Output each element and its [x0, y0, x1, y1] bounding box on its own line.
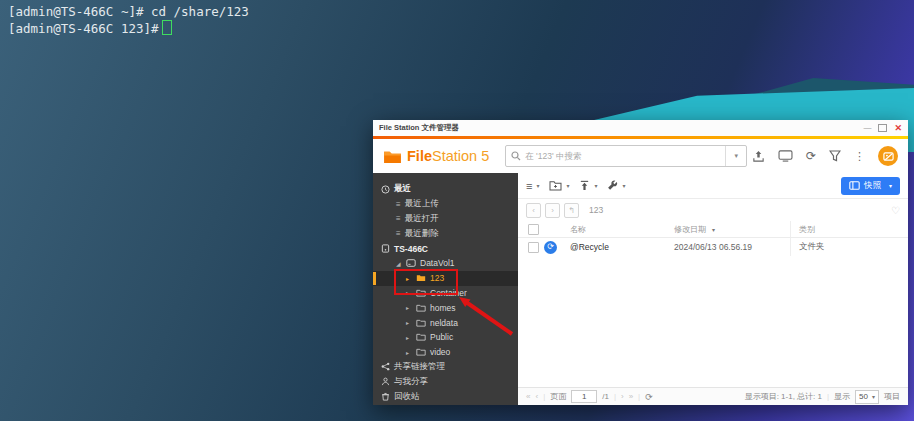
user-avatar[interactable] [878, 146, 898, 166]
content-pane: ≡ ▾ ▾ ▾ ▾ 快照 ▾ [518, 173, 908, 405]
page-size-select[interactable]: 50 ▾ [855, 390, 879, 404]
app-name: FileStation 5 [407, 148, 489, 164]
folder-icon [416, 333, 426, 341]
list-icon: ≡ [396, 214, 401, 223]
sidebar-item-nas[interactable]: TS-466C [373, 241, 518, 256]
caret-down-icon: ▾ [622, 182, 625, 189]
breadcrumb-bar: ‹ › ↰ 123 ♡ [518, 199, 908, 221]
column-header-name[interactable]: 名称 [570, 224, 674, 235]
sidebar-item-recent-deleted[interactable]: ≡ 最近删除 [373, 226, 518, 241]
list-icon: ≡ [396, 200, 401, 209]
forward-icon[interactable]: › [545, 203, 560, 218]
status-bar: « ‹ | 页面 /1 | › » | ⟳ 显示项目: 1-1, 总计: 1 |… [518, 387, 908, 405]
app-header: FileStation 5 ▾ ⟳ ⋮ [373, 139, 908, 173]
tree-collapsed-icon[interactable]: ▸ [406, 319, 412, 326]
close-icon[interactable]: ✕ [894, 123, 902, 133]
sidebar-item-video[interactable]: ▸ video [373, 345, 518, 360]
background-task-icon[interactable] [778, 150, 793, 162]
sidebar-item-recent[interactable]: 最近 [373, 182, 518, 197]
new-folder-button[interactable]: ▾ [549, 180, 569, 191]
tree-collapsed-icon[interactable]: ▸ [406, 334, 412, 341]
tools-button[interactable]: ▾ [607, 180, 625, 191]
up-folder-icon[interactable]: ↰ [564, 203, 579, 218]
folder-icon [416, 319, 426, 327]
folder-icon [416, 348, 426, 356]
column-header-modified[interactable]: 修改日期▾ [674, 224, 790, 235]
terminal-cursor[interactable] [162, 20, 172, 35]
maximize-icon[interactable] [878, 124, 887, 132]
search-dropdown-icon[interactable]: ▾ [725, 146, 746, 166]
sidebar-item-recycle-bin[interactable]: 回收站 [373, 389, 518, 404]
caret-down-icon: ▾ [536, 182, 539, 189]
list-view-icon: ≡ [526, 180, 532, 192]
items-label: 项目 [884, 391, 900, 402]
caret-down-icon: ▾ [594, 182, 597, 189]
window-titlebar[interactable]: File Station 文件管理器 — ✕ [373, 120, 908, 136]
row-checkbox[interactable] [528, 242, 539, 253]
file-list-empty-area [518, 256, 908, 387]
wrench-icon [607, 180, 618, 191]
caret-down-icon: ▾ [889, 182, 892, 189]
tree-collapsed-icon[interactable]: ▸ [406, 304, 412, 311]
tree-expanded-icon[interactable]: ◢ [396, 260, 402, 267]
upload-button[interactable]: ▾ [579, 180, 597, 191]
app-logo: FileStation 5 [383, 148, 489, 164]
share-icon [381, 362, 390, 371]
file-modified-date: 2024/06/13 06.56.19 [674, 242, 790, 252]
sort-desc-icon: ▾ [712, 226, 715, 233]
view-mode-button[interactable]: ≡ ▾ [526, 180, 539, 192]
folder-icon [416, 304, 426, 312]
minimize-icon[interactable]: — [863, 125, 871, 131]
search-input[interactable] [521, 151, 725, 161]
search-box: ▾ [505, 145, 747, 167]
volume-icon [406, 259, 416, 267]
more-icon[interactable]: ⋮ [854, 150, 865, 163]
page-number-input[interactable] [571, 390, 597, 403]
terminal-line-1: [admin@TS-466C ~]# cd /share/123 [8, 3, 249, 20]
search-icon [506, 151, 521, 161]
back-icon[interactable]: ‹ [526, 203, 541, 218]
terminal-line-2: [admin@TS-466C 123]# [8, 20, 249, 37]
filter-icon[interactable] [829, 150, 841, 162]
prev-page-icon[interactable]: ‹ [535, 392, 538, 401]
next-page-icon[interactable]: › [621, 392, 624, 401]
terminal-output: [admin@TS-466C ~]# cd /share/123[admin@T… [8, 3, 249, 37]
sidebar-item-recent-uploaded[interactable]: ≡ 最近上传 [373, 197, 518, 212]
page-label: 页面 [550, 391, 566, 402]
window-title: File Station 文件管理器 [379, 123, 459, 133]
trash-icon [381, 392, 390, 401]
caret-down-icon: ▾ [872, 393, 875, 400]
table-row[interactable]: ⟳ @Recycle 2024/06/13 06.56.19 文件夹 [518, 238, 908, 256]
upload-arrow-icon [579, 180, 590, 191]
page-total: /1 [602, 392, 609, 401]
refresh-icon[interactable]: ⟳ [806, 149, 816, 163]
tree-collapsed-icon[interactable]: ▸ [406, 349, 412, 356]
refresh-list-icon[interactable]: ⟳ [645, 392, 653, 402]
snapshot-button[interactable]: 快照 ▾ [841, 177, 900, 195]
column-header-type[interactable]: 类别 [790, 221, 908, 237]
table-header: 名称 修改日期▾ 类别 [518, 221, 908, 238]
file-station-window: File Station 文件管理器 — ✕ FileStation 5 ▾ [373, 120, 908, 405]
sidebar-item-shared-with-me[interactable]: 与我分享 [373, 374, 518, 389]
sidebar-item-share-links[interactable]: 共享链接管理 [373, 360, 518, 375]
show-label: 显示 [834, 391, 850, 402]
toolbar: ≡ ▾ ▾ ▾ ▾ 快照 ▾ [518, 173, 908, 199]
file-type: 文件夹 [790, 238, 908, 256]
new-folder-icon [549, 180, 562, 191]
snapshot-icon [849, 181, 860, 190]
recycle-folder-icon: ⟳ [544, 241, 557, 254]
header-icons: ⟳ ⋮ [752, 146, 898, 166]
sidebar-item-recent-opened[interactable]: ≡ 最近打开 [373, 212, 518, 227]
list-icon: ≡ [396, 229, 401, 238]
select-all-checkbox[interactable] [528, 224, 539, 235]
breadcrumb: 123 [589, 205, 603, 215]
shared-with-me-icon [381, 377, 390, 386]
last-page-icon[interactable]: » [629, 392, 633, 401]
first-page-icon[interactable]: « [526, 392, 530, 401]
folder-logo-icon [383, 149, 402, 164]
upload-icon[interactable] [752, 150, 765, 163]
caret-down-icon: ▾ [566, 182, 569, 189]
favorite-icon[interactable]: ♡ [891, 205, 900, 216]
clock-icon [381, 185, 390, 194]
file-name[interactable]: @Recycle [570, 242, 674, 252]
